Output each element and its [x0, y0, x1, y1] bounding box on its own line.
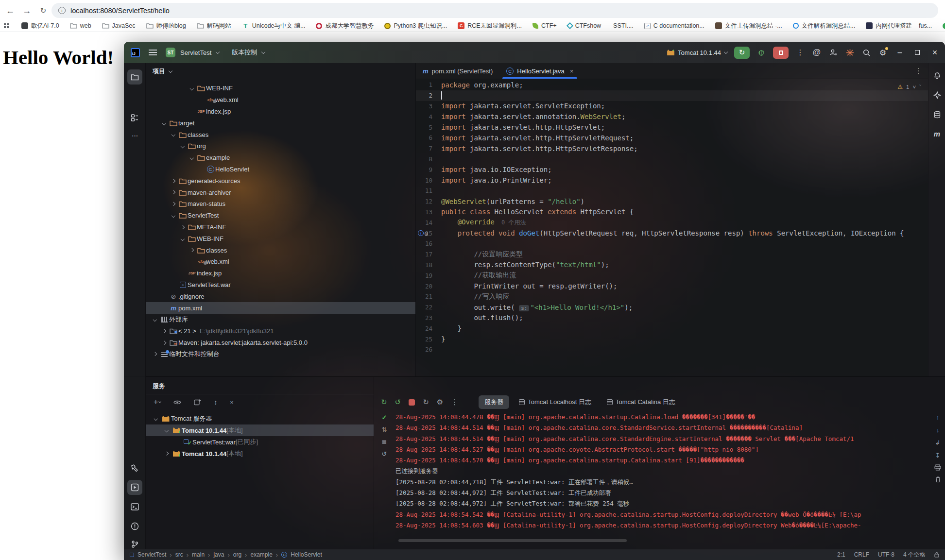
tree-item-maven-archiver[interactable]: maven-archiver — [146, 187, 415, 198]
editor-tab-HelloServlet.java[interactable]: CHelloServlet.java× — [499, 63, 580, 79]
tree-item-generated-sources[interactable]: generated-sources — [146, 175, 415, 187]
address-bar[interactable]: i localhost:8080/ServletTest/hello — [52, 3, 938, 18]
tree-item-org[interactable]: org — [146, 140, 415, 152]
tree-item-maven-status[interactable]: maven-status — [146, 198, 415, 210]
close-button[interactable]: × — [929, 48, 940, 58]
tab-list-more-icon[interactable]: ⋮ — [915, 67, 928, 75]
console-tab-服务器[interactable]: 服务器 — [479, 395, 509, 409]
status-CRLF[interactable]: CRLF — [854, 551, 869, 558]
maven-toolwindow-icon[interactable]: m — [929, 126, 945, 141]
build-toolwindow-icon[interactable] — [127, 460, 142, 475]
bookmark-成都大学智慧教务[interactable]: 成都大学智慧教务 — [316, 22, 374, 30]
status-4 个空格[interactable]: 4 个空格 — [903, 551, 926, 559]
tree-chevron-icon[interactable] — [169, 180, 178, 183]
ai-assistant-icon[interactable]: @ — [812, 48, 822, 57]
tree-chevron-icon[interactable] — [169, 191, 178, 194]
breadcrumb-java[interactable]: java — [213, 551, 224, 558]
add-service-button[interactable]: + — [154, 398, 161, 407]
stop-button[interactable] — [773, 47, 789, 59]
tree-item-classes[interactable]: classes — [146, 244, 415, 256]
tree-chevron-icon[interactable] — [178, 145, 187, 148]
search-everywhere-icon[interactable] — [861, 48, 871, 57]
restart-icon[interactable]: ↺ — [382, 450, 387, 458]
tree-item-web.xml[interactable]: </>web.xml — [146, 94, 415, 106]
tree-item-< 21 >[interactable]: < 21 >E:\jdk8\jdk8u321\jdk8u321 — [146, 325, 415, 337]
tree-item-HelloServlet[interactable]: CHelloServlet — [146, 164, 415, 175]
tree-item-META-INF[interactable]: META-INF — [146, 221, 415, 233]
console-tab-Tomcat Catalina 日志[interactable]: Tomcat Catalina 日志 — [601, 395, 681, 409]
close-tab-icon[interactable]: × — [570, 68, 574, 75]
tree-chevron-icon[interactable] — [188, 87, 196, 90]
services-toolwindow-icon[interactable] — [127, 480, 142, 495]
sort-icon[interactable]: ⇅ — [382, 426, 387, 433]
project-name[interactable]: ServletTest — [180, 49, 211, 56]
bookmark-欧亿Ai-7.0[interactable]: 欧亿Ai-7.0 — [21, 22, 59, 30]
bookmark-文件解析漏洞总结...[interactable]: 文件解析漏洞总结... — [793, 22, 855, 30]
bookmark-师傅的blog[interactable]: 师傅的blog — [146, 22, 186, 30]
lock-icon[interactable] — [934, 552, 939, 558]
open-in-new-tab-icon[interactable] — [194, 399, 201, 406]
scroll-down-icon[interactable]: ↓ — [936, 426, 940, 434]
tree-item-ServletTest[interactable]: ServletTest — [146, 210, 415, 221]
tree-chevron-icon[interactable] — [160, 122, 169, 125]
project-panel-header[interactable]: 项目 — [146, 63, 415, 80]
notifications-bell-icon[interactable] — [929, 68, 945, 83]
tree-chevron-icon[interactable] — [178, 238, 187, 240]
tree-chevron-icon[interactable] — [169, 203, 178, 205]
code-viewport[interactable]: 1package org.example;23import jakarta.se… — [416, 80, 928, 376]
tree-item-ServletTest.war[interactable]: ×ServletTest.war — [146, 279, 415, 291]
tree-chevron-icon[interactable] — [151, 318, 159, 321]
apps-grid-icon[interactable] — [4, 23, 9, 28]
tree-item-index.jsp[interactable]: JSPindex.jsp — [146, 106, 415, 118]
tree-item-.gitignore[interactable]: ⊘.gitignore — [146, 290, 415, 302]
prev-problem-icon[interactable]: ˅ — [912, 84, 916, 90]
tree-item-classes[interactable]: classes — [146, 129, 415, 140]
clear-console-icon[interactable] — [935, 476, 941, 483]
bookmark-内网代理搭建 – fus...[interactable]: 内网代理搭建 – fus... — [866, 22, 932, 30]
tree-chevron-icon[interactable] — [169, 214, 178, 217]
tree-chevron-icon[interactable] — [160, 341, 169, 344]
tree-item-web.xml[interactable]: </>web.xml — [146, 256, 415, 268]
console-more-icon[interactable]: ⋮ — [451, 398, 458, 407]
scroll-up-icon[interactable]: ↑ — [936, 414, 940, 421]
tree-chevron-icon[interactable] — [151, 353, 159, 356]
service-item-Tomcat 10.1.44[interactable]: Tomcat 10.1.44 [本地] — [146, 448, 374, 459]
refresh-deployment-icon[interactable]: ↻ — [423, 398, 429, 407]
tree-item-临时文件和控制台[interactable]: 临时文件和控制台 — [146, 348, 415, 360]
edit-configuration-icon[interactable]: ⚙ — [437, 398, 443, 407]
run-config-selector[interactable]: Tomcat 10.1.44 — [667, 49, 727, 56]
more-toolwindows-icon[interactable]: ⋯ — [127, 128, 142, 143]
print-icon[interactable] — [934, 464, 941, 471]
console-tab-Tomcat Localhost 日志[interactable]: Tomcat Localhost 日志 — [513, 395, 597, 409]
tree-item-WEB-INF[interactable]: WEB-INF — [146, 233, 415, 244]
tree-item-target[interactable]: target — [146, 117, 415, 129]
bookmark-C documentation...[interactable]: ↗C documentation... — [644, 22, 704, 29]
tree-item-外部库[interactable]: 外部库 — [146, 314, 415, 325]
code-with-me-icon[interactable] — [828, 48, 838, 57]
collapse-all-icon[interactable]: × — [230, 399, 234, 406]
redeploy-icon[interactable]: ↺ — [395, 398, 401, 407]
breadcrumb-src[interactable]: src — [175, 551, 183, 558]
breadcrumb-ServletTest[interactable]: ServletTest — [137, 551, 166, 558]
rerun-server-icon[interactable]: ↻ — [381, 398, 387, 407]
settings-gear-icon[interactable]: ⚙ — [878, 48, 888, 57]
bookmark-文件上传漏洞总结 -...[interactable]: 文件上传漏洞总结 -... — [715, 22, 782, 30]
status-2:1[interactable]: 2:1 — [837, 551, 845, 558]
service-item-Tomcat 10.1.44[interactable]: Tomcat 10.1.44 [本地] — [146, 424, 374, 436]
vcs-widget[interactable]: 版本控制 — [232, 48, 257, 57]
site-info-icon[interactable]: i — [58, 7, 66, 14]
bookmark-CTF+[interactable]: CTF+ — [533, 22, 557, 29]
project-toolwindow-icon[interactable] — [127, 69, 142, 85]
vcs-chevron-icon[interactable] — [261, 50, 265, 53]
tree-item-pom.xml[interactable]: mpom.xml — [146, 302, 415, 314]
service-item-Tomcat 服务器[interactable]: Tomcat 服务器 — [146, 413, 374, 424]
structure-toolwindow-icon[interactable] — [127, 110, 142, 125]
breadcrumb-main[interactable]: main — [192, 551, 205, 558]
problems-toolwindow-icon[interactable] — [127, 519, 142, 534]
bookmark-Unicode与中文 编...[interactable]: TUnicode与中文 编... — [242, 22, 306, 30]
main-menu-icon[interactable] — [149, 50, 157, 55]
browser-back-button[interactable]: ← — [4, 4, 17, 17]
tree-chevron-icon[interactable] — [169, 133, 178, 136]
minimize-button[interactable]: – — [894, 48, 905, 57]
status-UTF-8[interactable]: UTF-8 — [878, 551, 894, 558]
